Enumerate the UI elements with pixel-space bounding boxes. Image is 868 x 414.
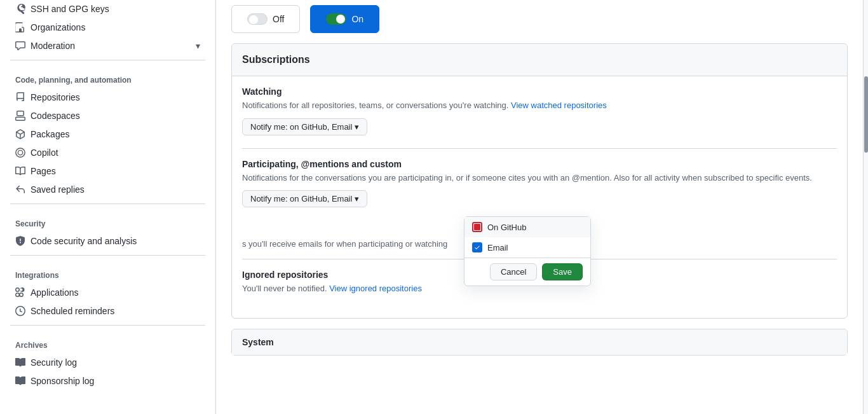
section-integrations-label: Integrations [10, 261, 205, 284]
watching-title: Watching [242, 86, 837, 97]
log2-icon [15, 376, 25, 386]
subscriptions-header: Subscriptions [232, 44, 847, 76]
sidebar-item-packages-label: Packages [31, 129, 69, 139]
view-watched-link[interactable]: View watched repositories [511, 100, 607, 110]
notify-dropdown-menu: On GitHub Email Cancel Save [464, 216, 591, 286]
participating-desc: Notifications for the conversations you … [242, 172, 837, 184]
watching-desc: Notifications for all repositories, team… [242, 99, 837, 112]
sidebar-item-organizations-label: Organizations [31, 22, 85, 32]
system-section-header: System [232, 329, 847, 355]
divider-2 [10, 204, 205, 204]
participating-subsection: Participating, @mentions and custom Noti… [242, 159, 837, 208]
participating-notify-dropdown[interactable]: Notify me: on GitHub, Email ▾ [242, 190, 367, 207]
sidebar-item-scheduled-reminders-label: Scheduled reminders [31, 306, 114, 316]
section-code-label: Code, planning, and automation [10, 66, 205, 88]
section-archives-label: Archives [10, 331, 205, 354]
participating-title: Participating, @mentions and custom [242, 159, 837, 169]
sidebar-item-pages[interactable]: Pages [10, 162, 205, 180]
divider-4 [10, 325, 205, 326]
sidebar-item-copilot[interactable]: Copilot [10, 144, 205, 162]
comment-icon [15, 41, 25, 51]
sidebar-item-applications-label: Applications [31, 287, 79, 298]
save-button[interactable]: Save [542, 263, 583, 280]
dropdown-github-label: On GitHub [487, 223, 526, 232]
sidebar-item-repositories[interactable]: Repositories [10, 88, 205, 106]
subscriptions-body: Watching Notifications for all repositor… [232, 76, 847, 318]
sidebar-item-ssh-gpg-label: SSH and GPG keys [31, 4, 109, 14]
dropdown-arrow-icon: ▾ [355, 122, 359, 132]
sidebar-item-packages[interactable]: Packages [10, 125, 205, 143]
sidebar-item-copilot-label: Copilot [31, 148, 58, 158]
sidebar-item-code-security[interactable]: Code security and analysis [10, 232, 205, 250]
sidebar-item-sponsorship-log[interactable]: Sponsorship log [10, 372, 205, 390]
watching-subsection: Watching Notifications for all repositor… [242, 86, 837, 135]
sidebar-item-scheduled-reminders[interactable]: Scheduled reminders [10, 302, 205, 320]
dropdown-footer: Cancel Save [465, 258, 590, 286]
dropdown-item-github[interactable]: On GitHub [465, 217, 590, 237]
toggle-knob-off [249, 15, 258, 24]
main-content: Off On Subscriptions Watching Notificati… [216, 0, 863, 414]
view-ignored-link[interactable]: View ignored repositories [329, 284, 422, 293]
cancel-button[interactable]: Cancel [490, 263, 537, 280]
sidebar-item-repositories-label: Repositories [31, 92, 80, 102]
sidebar-item-codespaces[interactable]: Codespaces [10, 107, 205, 125]
checkbox-email[interactable] [472, 242, 482, 252]
toggle-knob-on [336, 15, 345, 24]
toggle-on-switch[interactable] [326, 13, 346, 25]
subsection-divider-1 [242, 148, 837, 149]
chevron-down-icon: ▾ [196, 41, 200, 51]
sidebar-item-saved-replies-label: Saved replies [31, 184, 85, 195]
sidebar-item-applications[interactable]: Applications [10, 284, 205, 301]
sidebar-item-moderation[interactable]: Moderation ▾ [10, 37, 205, 55]
sidebar-item-codespaces-label: Codespaces [31, 111, 80, 121]
sidebar-item-pages-label: Pages [31, 166, 56, 176]
divider-3 [10, 255, 205, 256]
sidebar-item-ssh-gpg[interactable]: SSH and GPG keys [10, 0, 205, 18]
subscriptions-section: Subscriptions Watching Notifications for… [231, 43, 848, 319]
sidebar: SSH and GPG keys Organizations Moderatio… [0, 0, 216, 414]
right-scrollbar[interactable] [863, 0, 868, 414]
repo-icon [15, 92, 25, 102]
dropdown-email-label: Email [487, 243, 508, 252]
divider-1 [10, 60, 205, 60]
package-icon [15, 129, 25, 139]
watching-notify-dropdown[interactable]: Notify me: on GitHub, Email ▾ [242, 118, 367, 135]
pages-icon [15, 166, 25, 176]
toggle-on-label: On [351, 14, 363, 24]
section-security-label: Security [10, 209, 205, 232]
sidebar-item-organizations[interactable]: Organizations [10, 18, 205, 36]
checkbox-red-inner [474, 224, 480, 230]
toggle-off-switch[interactable] [247, 13, 268, 25]
toggle-row: Off On [231, 0, 848, 33]
log-icon [15, 357, 25, 368]
sidebar-item-saved-replies[interactable]: Saved replies [10, 181, 205, 198]
sidebar-item-security-log[interactable]: Security log [10, 354, 205, 371]
dropdown-item-email[interactable]: Email [465, 237, 590, 258]
checkbox-github[interactable] [472, 222, 482, 232]
sidebar-item-sponsorship-log-label: Sponsorship log [31, 376, 94, 386]
system-section: System [231, 329, 848, 355]
shield-icon [15, 236, 25, 246]
toggle-off-label: Off [273, 14, 284, 24]
sidebar-item-moderation-label: Moderation [31, 41, 75, 51]
key-icon [15, 4, 25, 14]
dropdown-arrow2-icon: ▾ [355, 194, 359, 204]
codespaces-icon [15, 111, 25, 121]
apps-icon [15, 287, 25, 298]
subscriptions-title: Subscriptions [242, 54, 837, 66]
clock-icon [15, 306, 25, 316]
toggle-on-box[interactable]: On [310, 5, 379, 33]
system-title: System [242, 337, 837, 347]
building-icon [15, 22, 25, 32]
toggle-off-box[interactable]: Off [231, 5, 300, 33]
scrollbar-thumb[interactable] [864, 76, 868, 153]
sidebar-item-code-security-label: Code security and analysis [31, 236, 137, 246]
reply-icon [15, 184, 25, 195]
sidebar-item-security-log-label: Security log [31, 357, 77, 368]
copilot-icon [15, 148, 25, 158]
